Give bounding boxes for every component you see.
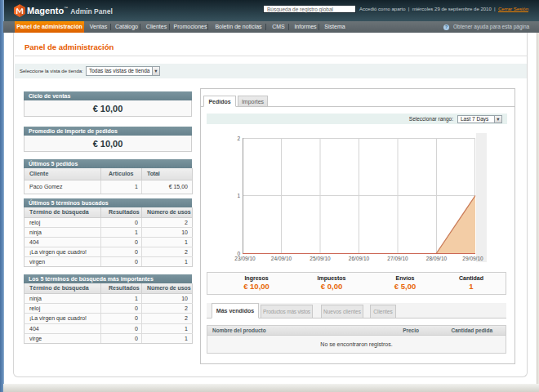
svg-text:25/09/10: 25/09/10 xyxy=(310,256,331,261)
svg-text:2: 2 xyxy=(237,136,240,141)
svg-text:26/09/10: 26/09/10 xyxy=(349,256,370,261)
svg-text:24/09/10: 24/09/10 xyxy=(271,256,292,261)
svg-text:28/09/10: 28/09/10 xyxy=(426,256,448,261)
svg-text:27/09/10: 27/09/10 xyxy=(387,256,408,261)
svg-text:1: 1 xyxy=(237,193,240,198)
svg-text:23/09/10: 23/09/10 xyxy=(234,256,256,261)
svg-text:29/09/10: 29/09/10 xyxy=(462,256,483,261)
